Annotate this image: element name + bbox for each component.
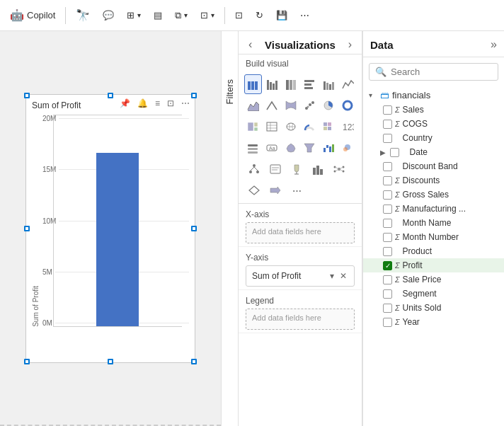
- fullscreen-button[interactable]: ⊡: [231, 7, 247, 23]
- search-input[interactable]: [391, 67, 504, 77]
- viz-icon-scatter[interactable]: [301, 96, 319, 115]
- tree-item-sales[interactable]: Σ Sales: [363, 103, 504, 117]
- tree-item-gross-sales[interactable]: Σ Gross Sales: [363, 188, 504, 202]
- viz-icon-funnel[interactable]: [301, 138, 319, 158]
- tree-item-manufacturing[interactable]: Σ Manufacturing ...: [363, 202, 504, 216]
- tree-checkbox-units-sold[interactable]: [383, 304, 392, 313]
- embed-button[interactable]: ⊡ ▾: [196, 7, 219, 23]
- viz-icon-table[interactable]: [263, 117, 281, 137]
- tree-checkbox-cogs[interactable]: [383, 120, 392, 129]
- tree-item-product[interactable]: Σ Product: [363, 244, 504, 258]
- viz-icon-slicer[interactable]: [244, 138, 262, 158]
- filter-icon[interactable]: ≡: [153, 98, 162, 109]
- tree-item-year[interactable]: Σ Year: [363, 315, 504, 329]
- viz-icon-gauge[interactable]: [301, 117, 319, 137]
- viz-icon-column-chart-2[interactable]: [308, 159, 328, 179]
- viz-icon-pie[interactable]: [320, 96, 338, 115]
- viz-icon-bar-chart[interactable]: [244, 74, 262, 94]
- tree-checkbox-sale-price[interactable]: [383, 275, 392, 284]
- viz-icon-trophy[interactable]: [287, 159, 307, 179]
- tree-item-discounts[interactable]: Σ Discounts: [363, 173, 504, 188]
- viz-icon-area[interactable]: [244, 96, 262, 115]
- x-axis-drop-zone[interactable]: Add data fields here: [246, 222, 355, 243]
- viz-icon-network[interactable]: [329, 159, 349, 179]
- viz-icon-number[interactable]: 123: [338, 117, 356, 137]
- data-expand-button[interactable]: »: [491, 38, 497, 51]
- legend-drop-zone[interactable]: Add data fields here: [246, 309, 355, 330]
- resize-handle-ml[interactable]: [24, 226, 30, 231]
- comment-button[interactable]: 💬: [98, 7, 118, 23]
- filters-label[interactable]: Filters: [222, 74, 238, 110]
- canvas-area[interactable]: 📌 🔔 ≡ ⊡ ⋯ Sum of Profit Sum of Profit 20…: [0, 31, 221, 426]
- tree-checkbox-discount-band[interactable]: [383, 162, 392, 171]
- filters-tab[interactable]: Filters: [222, 31, 239, 426]
- tree-checkbox-month-name[interactable]: [383, 219, 392, 228]
- tree-checkbox-profit[interactable]: ✓: [383, 261, 392, 270]
- viz-expand-button[interactable]: ›: [345, 38, 355, 51]
- viz-icon-ribbon[interactable]: [282, 96, 299, 115]
- viz-icon-100-bar[interactable]: [282, 74, 299, 94]
- resize-handle-mr[interactable]: [191, 226, 197, 231]
- more-button[interactable]: ⋯: [296, 7, 314, 23]
- viz-icon-card[interactable]: Aa: [263, 138, 281, 158]
- tree-checkbox-discounts[interactable]: [383, 176, 392, 185]
- viz-icon-mountain[interactable]: [263, 96, 281, 115]
- viz-icon-donut[interactable]: [338, 96, 356, 115]
- tree-checkbox-sales[interactable]: [383, 105, 392, 115]
- y-axis-chevron[interactable]: ▾: [328, 271, 336, 281]
- y-axis-field[interactable]: Sum of Profit ▾ ✕: [246, 265, 355, 287]
- insert-button[interactable]: ▤: [149, 7, 166, 23]
- group-button[interactable]: ⧉ ▾: [171, 7, 192, 24]
- tree-item-date[interactable]: ▶ Σ Date: [363, 145, 504, 159]
- focus-icon[interactable]: ⊡: [165, 98, 176, 109]
- tree-checkbox-product[interactable]: [383, 247, 392, 256]
- tree-item-units-sold[interactable]: Σ Units Sold: [363, 301, 504, 315]
- refresh-button[interactable]: ↻: [251, 7, 268, 23]
- viz-icon-more-visuals[interactable]: ⋯: [287, 180, 307, 200]
- bell-icon[interactable]: 🔔: [135, 98, 150, 109]
- widget-more-icon[interactable]: ⋯: [179, 98, 192, 109]
- viz-collapse-button[interactable]: ‹: [246, 38, 255, 51]
- chart-widget[interactable]: 📌 🔔 ≡ ⊡ ⋯ Sum of Profit Sum of Profit 20…: [25, 94, 195, 363]
- viz-icon-clustered-bar[interactable]: [263, 74, 281, 94]
- viz-icon-treemap[interactable]: [244, 117, 262, 137]
- tree-item-month-number[interactable]: Σ Month Number: [363, 230, 504, 244]
- tree-group-financials-header[interactable]: ▾ 🗃 financials: [363, 88, 504, 103]
- viz-icon-arrow[interactable]: [265, 180, 285, 200]
- resize-handle-bl[interactable]: [24, 359, 30, 364]
- viz-icon-azure-map[interactable]: [338, 138, 356, 158]
- tree-item-month-name[interactable]: Σ Month Name: [363, 216, 504, 230]
- viz-icon-diamond[interactable]: [244, 180, 264, 200]
- tree-checkbox-date[interactable]: [390, 148, 399, 157]
- resize-handle-tr[interactable]: [191, 93, 197, 98]
- resize-handle-tm[interactable]: [108, 93, 113, 98]
- copilot-button[interactable]: 🤖 Copilot: [6, 6, 59, 25]
- format-button[interactable]: ⊞ ▾: [122, 7, 145, 23]
- save-button[interactable]: 💾: [272, 7, 292, 23]
- tree-checkbox-month-number[interactable]: [383, 233, 392, 242]
- tree-checkbox-country[interactable]: [383, 134, 392, 143]
- viz-icon-matrix[interactable]: [320, 117, 338, 137]
- tree-checkbox-year[interactable]: [383, 318, 392, 327]
- pin-icon[interactable]: 📌: [118, 98, 132, 109]
- viz-icon-text-box[interactable]: [265, 159, 285, 179]
- tree-item-profit[interactable]: ✓ Σ Profit: [363, 258, 504, 272]
- tree-item-segment[interactable]: Σ Segment: [363, 287, 504, 301]
- tree-item-discount-band[interactable]: Σ Discount Band: [363, 159, 504, 173]
- tree-checkbox-manufacturing[interactable]: [383, 205, 392, 214]
- data-search-box[interactable]: 🔍: [369, 63, 498, 81]
- tree-item-country[interactable]: Σ Country: [363, 131, 504, 145]
- viz-icon-horizontal-bar[interactable]: [301, 74, 319, 94]
- resize-handle-br[interactable]: [191, 359, 197, 364]
- viz-icon-line-chart[interactable]: [338, 74, 356, 94]
- resize-handle-tl[interactable]: [24, 93, 30, 98]
- search-visual-button[interactable]: 🔭: [71, 6, 94, 25]
- viz-icon-waterfall[interactable]: [320, 138, 338, 158]
- viz-icon-clustered-col[interactable]: [320, 74, 338, 94]
- viz-icon-map[interactable]: [282, 117, 299, 137]
- chart-bar[interactable]: [96, 153, 139, 327]
- resize-handle-bm[interactable]: [108, 359, 113, 364]
- tree-checkbox-segment[interactable]: [383, 289, 392, 299]
- tree-item-cogs[interactable]: Σ COGS: [363, 117, 504, 131]
- viz-icon-decomp[interactable]: [244, 159, 264, 179]
